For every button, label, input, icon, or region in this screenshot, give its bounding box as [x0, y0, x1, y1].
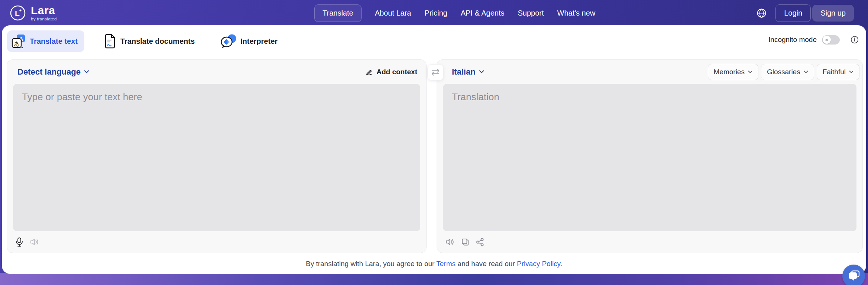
nav-link-support[interactable]: Support [518, 9, 544, 17]
translate-text-icon: A あ [12, 34, 26, 48]
chevron-down-icon [804, 71, 808, 73]
faithful-dropdown[interactable]: Faithful [817, 64, 859, 80]
pen-icon [366, 68, 373, 76]
toggle-knob: × [823, 36, 831, 44]
translate-documents-icon [104, 34, 116, 49]
svg-text:L: L [15, 9, 20, 17]
interpreter-icon [221, 34, 236, 48]
nav-links: Translate About Lara Pricing API & Agent… [314, 0, 595, 26]
copy-icon [461, 238, 470, 246]
chevron-down-icon [748, 71, 752, 73]
add-context-label: Add context [376, 68, 417, 76]
nav-link-translate[interactable]: Translate [314, 4, 362, 22]
tab-translate-text[interactable]: A あ Translate text [7, 30, 84, 52]
speaker-icon [30, 238, 39, 246]
signup-button[interactable]: Sign up [812, 5, 854, 22]
target-language-label: Italian [452, 67, 476, 77]
microphone-icon[interactable] [15, 237, 23, 247]
memories-dropdown[interactable]: Memories [708, 64, 758, 80]
nav-link-about-lara[interactable]: About Lara [375, 9, 411, 17]
legal-disclaimer: By translating with Lara, you agree to o… [2, 260, 866, 268]
source-panel: Detect language Add context [7, 59, 427, 253]
tab-interpreter[interactable]: Interpreter [216, 30, 284, 52]
tab-label: Interpreter [240, 37, 278, 46]
translation-output: Translation [443, 84, 856, 231]
target-language-selector[interactable]: Italian [452, 67, 484, 77]
info-icon[interactable] [851, 36, 859, 44]
privacy-policy-link[interactable]: Privacy Policy [517, 260, 560, 268]
tab-label: Translate text [30, 37, 78, 46]
translation-placeholder: Translation [443, 84, 856, 110]
mode-tabs: A あ Translate text Translate documents [7, 30, 284, 52]
terms-link[interactable]: Terms [436, 260, 456, 268]
source-language-selector[interactable]: Detect language [17, 67, 89, 77]
incognito-mode-label: Incognito mode [768, 36, 817, 44]
glossaries-dropdown[interactable]: Glossaries [761, 64, 814, 80]
globe-language-icon[interactable] [757, 8, 767, 18]
lara-logo-mark-icon: L [10, 5, 26, 21]
add-context-button[interactable]: Add context [366, 68, 417, 76]
lara-logo[interactable]: L Lara by translated [10, 5, 57, 22]
translator-card: A あ Translate text Translate documents [2, 25, 866, 274]
nav-link-whats-new[interactable]: What's new [557, 9, 596, 17]
divider [845, 34, 845, 45]
share-icon [476, 238, 484, 246]
login-button[interactable]: Login [775, 4, 811, 22]
speaker-icon [445, 238, 455, 246]
chevron-down-icon [849, 71, 854, 73]
nav-actions: Login Sign up [757, 4, 854, 22]
svg-text:あ: あ [14, 40, 20, 47]
incognito-toggle[interactable]: × [822, 35, 840, 45]
chevron-down-icon [479, 70, 484, 73]
swap-arrows-icon [431, 69, 440, 76]
nav-link-api-agents[interactable]: API & Agents [461, 9, 505, 17]
target-panel: Italian Memories Glossaries Faithful [437, 59, 863, 253]
logo-tagline: by translated [31, 17, 57, 22]
tab-label: Translate documents [120, 37, 195, 46]
top-navbar: L Lara by translated Translate About Lar… [0, 0, 868, 26]
chat-widget-button[interactable] [842, 265, 865, 285]
nav-link-pricing[interactable]: Pricing [425, 9, 447, 17]
chat-bubbles-icon [847, 269, 861, 283]
source-text-input[interactable] [13, 84, 420, 231]
incognito-controls: Incognito mode × [768, 25, 859, 54]
bottom-gradient-band [0, 273, 868, 285]
chevron-down-icon [84, 70, 89, 73]
logo-wordmark: Lara [31, 5, 57, 16]
tab-translate-documents[interactable]: Translate documents [99, 30, 201, 52]
source-language-label: Detect language [17, 67, 81, 77]
swap-languages-button[interactable] [427, 64, 444, 81]
